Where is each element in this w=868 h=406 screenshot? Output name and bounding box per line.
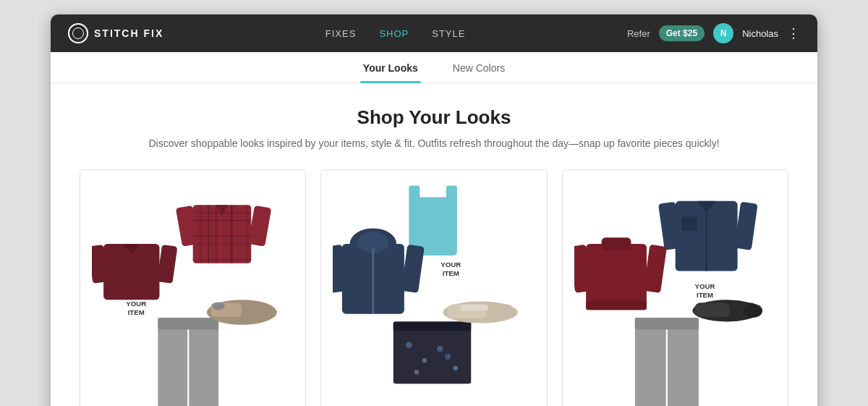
refer-button[interactable]: Get $25 bbox=[659, 25, 705, 41]
main-content: Shop Your Looks Discover shoppable looks… bbox=[51, 83, 817, 406]
svg-rect-36 bbox=[401, 245, 425, 293]
more-options-icon[interactable]: ⋮ bbox=[787, 25, 800, 41]
svg-point-44 bbox=[445, 353, 451, 360]
svg-rect-38 bbox=[393, 321, 471, 331]
svg-rect-48 bbox=[461, 305, 489, 311]
outfit-2-svg: YOUR ITEM bbox=[333, 182, 535, 406]
tab-your-looks[interactable]: Your Looks bbox=[360, 52, 421, 83]
navbar: STITCH FIX FIXES SHOP STYLE Refer Get $2… bbox=[51, 14, 817, 52]
svg-text:ITEM: ITEM bbox=[697, 291, 713, 299]
svg-rect-59 bbox=[586, 300, 647, 310]
svg-point-42 bbox=[454, 366, 458, 371]
nav-shop[interactable]: SHOP bbox=[379, 28, 409, 39]
svg-text:ITEM: ITEM bbox=[128, 308, 145, 316]
svg-text:YOUR: YOUR bbox=[441, 261, 461, 268]
svg-point-25 bbox=[213, 303, 225, 310]
svg-rect-21 bbox=[158, 318, 218, 329]
svg-rect-16 bbox=[157, 245, 177, 284]
svg-rect-62 bbox=[634, 318, 665, 406]
svg-rect-64 bbox=[634, 318, 698, 329]
user-name: Nicholas bbox=[742, 28, 778, 39]
svg-text:YOUR: YOUR bbox=[126, 300, 146, 308]
nav-fixes[interactable]: FIXES bbox=[326, 28, 357, 39]
svg-rect-27 bbox=[409, 185, 420, 200]
browser-window: STITCH FIX FIXES SHOP STYLE Refer Get $2… bbox=[51, 14, 817, 406]
svg-point-41 bbox=[437, 346, 443, 352]
svg-point-68 bbox=[744, 304, 762, 318]
nav-right: Refer Get $25 N Nicholas ⋮ bbox=[627, 23, 800, 43]
svg-rect-54 bbox=[681, 216, 697, 230]
svg-text:ITEM: ITEM bbox=[443, 269, 459, 277]
nav-style[interactable]: STYLE bbox=[432, 28, 465, 39]
svg-rect-19 bbox=[158, 318, 187, 406]
outfit-1-svg: YOUR ITEM bbox=[92, 182, 294, 406]
section-description: Discover shoppable looks inspired by you… bbox=[80, 138, 788, 149]
look-card-3[interactable]: YOUR ITEM bbox=[562, 169, 788, 406]
svg-point-39 bbox=[406, 342, 412, 348]
svg-point-40 bbox=[422, 358, 427, 363]
brand-logo-icon bbox=[68, 23, 88, 43]
looks-grid: YOUR ITEM bbox=[80, 169, 788, 406]
svg-rect-20 bbox=[189, 318, 218, 406]
svg-rect-67 bbox=[694, 303, 729, 317]
avatar: N bbox=[713, 23, 733, 43]
nav-brand: STITCH FIX bbox=[68, 23, 163, 43]
svg-rect-53 bbox=[734, 202, 757, 250]
svg-text:YOUR: YOUR bbox=[694, 282, 715, 290]
svg-rect-58 bbox=[643, 245, 666, 293]
nav-links: FIXES SHOP STYLE bbox=[326, 28, 466, 39]
svg-rect-56 bbox=[601, 237, 631, 250]
look-card-1[interactable]: YOUR ITEM bbox=[80, 169, 306, 406]
svg-rect-55 bbox=[586, 244, 647, 310]
svg-rect-63 bbox=[668, 318, 699, 406]
tabs-bar: Your Looks New Colors bbox=[51, 52, 817, 83]
page-title: Shop Your Looks bbox=[80, 106, 788, 129]
refer-text: Refer bbox=[627, 28, 650, 39]
look-card-2[interactable]: YOUR ITEM bbox=[320, 169, 547, 406]
svg-rect-4 bbox=[248, 206, 272, 247]
outfit-3-svg: YOUR ITEM bbox=[574, 182, 776, 406]
tab-new-colors[interactable]: New Colors bbox=[450, 52, 508, 83]
svg-point-43 bbox=[414, 370, 419, 374]
brand-name: STITCH FIX bbox=[94, 28, 163, 39]
svg-rect-28 bbox=[446, 185, 457, 200]
